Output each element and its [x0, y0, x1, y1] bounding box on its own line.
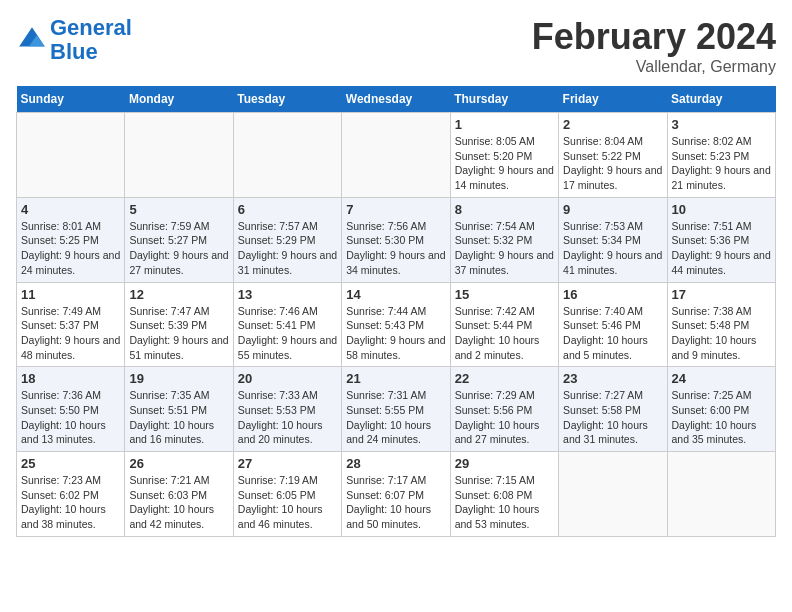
day-number: 5 — [129, 202, 228, 217]
day-info: Sunrise: 7:21 AMSunset: 6:03 PMDaylight:… — [129, 473, 228, 532]
day-number: 13 — [238, 287, 337, 302]
day-info: Sunrise: 7:29 AMSunset: 5:56 PMDaylight:… — [455, 388, 554, 447]
calendar-cell: 4Sunrise: 8:01 AMSunset: 5:25 PMDaylight… — [17, 197, 125, 282]
day-info: Sunrise: 7:27 AMSunset: 5:58 PMDaylight:… — [563, 388, 662, 447]
calendar-cell: 27Sunrise: 7:19 AMSunset: 6:05 PMDayligh… — [233, 452, 341, 537]
logo-icon — [16, 24, 48, 56]
day-info: Sunrise: 7:33 AMSunset: 5:53 PMDaylight:… — [238, 388, 337, 447]
calendar-cell: 23Sunrise: 7:27 AMSunset: 5:58 PMDayligh… — [559, 367, 667, 452]
calendar-cell — [667, 452, 775, 537]
day-info: Sunrise: 7:15 AMSunset: 6:08 PMDaylight:… — [455, 473, 554, 532]
calendar-cell: 7Sunrise: 7:56 AMSunset: 5:30 PMDaylight… — [342, 197, 450, 282]
day-number: 4 — [21, 202, 120, 217]
calendar-cell: 3Sunrise: 8:02 AMSunset: 5:23 PMDaylight… — [667, 113, 775, 198]
calendar-cell: 9Sunrise: 7:53 AMSunset: 5:34 PMDaylight… — [559, 197, 667, 282]
calendar-cell: 12Sunrise: 7:47 AMSunset: 5:39 PMDayligh… — [125, 282, 233, 367]
day-number: 2 — [563, 117, 662, 132]
day-info: Sunrise: 7:47 AMSunset: 5:39 PMDaylight:… — [129, 304, 228, 363]
day-number: 26 — [129, 456, 228, 471]
calendar-cell — [559, 452, 667, 537]
weekday-header-sunday: Sunday — [17, 86, 125, 113]
day-info: Sunrise: 7:23 AMSunset: 6:02 PMDaylight:… — [21, 473, 120, 532]
logo-line1: General — [50, 15, 132, 40]
day-info: Sunrise: 7:51 AMSunset: 5:36 PMDaylight:… — [672, 219, 771, 278]
calendar-cell: 14Sunrise: 7:44 AMSunset: 5:43 PMDayligh… — [342, 282, 450, 367]
day-info: Sunrise: 7:36 AMSunset: 5:50 PMDaylight:… — [21, 388, 120, 447]
day-number: 8 — [455, 202, 554, 217]
day-number: 6 — [238, 202, 337, 217]
calendar-cell — [125, 113, 233, 198]
logo: General Blue — [16, 16, 132, 64]
day-number: 27 — [238, 456, 337, 471]
day-info: Sunrise: 7:44 AMSunset: 5:43 PMDaylight:… — [346, 304, 445, 363]
day-number: 1 — [455, 117, 554, 132]
day-info: Sunrise: 7:56 AMSunset: 5:30 PMDaylight:… — [346, 219, 445, 278]
day-info: Sunrise: 7:25 AMSunset: 6:00 PMDaylight:… — [672, 388, 771, 447]
calendar-cell — [233, 113, 341, 198]
day-number: 28 — [346, 456, 445, 471]
day-info: Sunrise: 7:38 AMSunset: 5:48 PMDaylight:… — [672, 304, 771, 363]
title-area: February 2024 Vallendar, Germany — [532, 16, 776, 76]
day-info: Sunrise: 7:49 AMSunset: 5:37 PMDaylight:… — [21, 304, 120, 363]
header: General Blue February 2024 Vallendar, Ge… — [16, 16, 776, 76]
day-info: Sunrise: 7:31 AMSunset: 5:55 PMDaylight:… — [346, 388, 445, 447]
calendar-cell: 19Sunrise: 7:35 AMSunset: 5:51 PMDayligh… — [125, 367, 233, 452]
day-number: 9 — [563, 202, 662, 217]
day-number: 21 — [346, 371, 445, 386]
calendar-table: SundayMondayTuesdayWednesdayThursdayFrid… — [16, 86, 776, 537]
weekday-header-saturday: Saturday — [667, 86, 775, 113]
day-number: 20 — [238, 371, 337, 386]
day-number: 17 — [672, 287, 771, 302]
day-info: Sunrise: 7:57 AMSunset: 5:29 PMDaylight:… — [238, 219, 337, 278]
calendar-cell: 13Sunrise: 7:46 AMSunset: 5:41 PMDayligh… — [233, 282, 341, 367]
day-number: 19 — [129, 371, 228, 386]
weekday-header-wednesday: Wednesday — [342, 86, 450, 113]
calendar-cell: 20Sunrise: 7:33 AMSunset: 5:53 PMDayligh… — [233, 367, 341, 452]
day-number: 29 — [455, 456, 554, 471]
day-info: Sunrise: 7:54 AMSunset: 5:32 PMDaylight:… — [455, 219, 554, 278]
calendar-cell: 16Sunrise: 7:40 AMSunset: 5:46 PMDayligh… — [559, 282, 667, 367]
calendar-body: 1Sunrise: 8:05 AMSunset: 5:20 PMDaylight… — [17, 113, 776, 537]
weekday-header-thursday: Thursday — [450, 86, 558, 113]
calendar-week-3: 11Sunrise: 7:49 AMSunset: 5:37 PMDayligh… — [17, 282, 776, 367]
day-number: 3 — [672, 117, 771, 132]
calendar-cell: 26Sunrise: 7:21 AMSunset: 6:03 PMDayligh… — [125, 452, 233, 537]
day-info: Sunrise: 7:35 AMSunset: 5:51 PMDaylight:… — [129, 388, 228, 447]
calendar-cell: 2Sunrise: 8:04 AMSunset: 5:22 PMDaylight… — [559, 113, 667, 198]
day-number: 25 — [21, 456, 120, 471]
day-info: Sunrise: 8:05 AMSunset: 5:20 PMDaylight:… — [455, 134, 554, 193]
weekday-header-monday: Monday — [125, 86, 233, 113]
day-info: Sunrise: 8:01 AMSunset: 5:25 PMDaylight:… — [21, 219, 120, 278]
calendar-week-1: 1Sunrise: 8:05 AMSunset: 5:20 PMDaylight… — [17, 113, 776, 198]
day-number: 15 — [455, 287, 554, 302]
weekday-header-friday: Friday — [559, 86, 667, 113]
day-info: Sunrise: 7:59 AMSunset: 5:27 PMDaylight:… — [129, 219, 228, 278]
main-title: February 2024 — [532, 16, 776, 58]
calendar-cell: 8Sunrise: 7:54 AMSunset: 5:32 PMDaylight… — [450, 197, 558, 282]
calendar-cell: 6Sunrise: 7:57 AMSunset: 5:29 PMDaylight… — [233, 197, 341, 282]
calendar-cell: 25Sunrise: 7:23 AMSunset: 6:02 PMDayligh… — [17, 452, 125, 537]
day-info: Sunrise: 8:02 AMSunset: 5:23 PMDaylight:… — [672, 134, 771, 193]
day-number: 18 — [21, 371, 120, 386]
day-number: 23 — [563, 371, 662, 386]
calendar-cell: 24Sunrise: 7:25 AMSunset: 6:00 PMDayligh… — [667, 367, 775, 452]
day-info: Sunrise: 7:53 AMSunset: 5:34 PMDaylight:… — [563, 219, 662, 278]
day-number: 16 — [563, 287, 662, 302]
calendar-cell — [17, 113, 125, 198]
day-info: Sunrise: 7:19 AMSunset: 6:05 PMDaylight:… — [238, 473, 337, 532]
calendar-cell: 21Sunrise: 7:31 AMSunset: 5:55 PMDayligh… — [342, 367, 450, 452]
calendar-cell: 1Sunrise: 8:05 AMSunset: 5:20 PMDaylight… — [450, 113, 558, 198]
calendar-week-5: 25Sunrise: 7:23 AMSunset: 6:02 PMDayligh… — [17, 452, 776, 537]
logo-text: General Blue — [50, 16, 132, 64]
day-info: Sunrise: 8:04 AMSunset: 5:22 PMDaylight:… — [563, 134, 662, 193]
calendar-cell: 22Sunrise: 7:29 AMSunset: 5:56 PMDayligh… — [450, 367, 558, 452]
day-number: 24 — [672, 371, 771, 386]
day-number: 10 — [672, 202, 771, 217]
day-info: Sunrise: 7:40 AMSunset: 5:46 PMDaylight:… — [563, 304, 662, 363]
calendar-cell — [342, 113, 450, 198]
day-number: 22 — [455, 371, 554, 386]
logo-line2: Blue — [50, 39, 98, 64]
day-info: Sunrise: 7:46 AMSunset: 5:41 PMDaylight:… — [238, 304, 337, 363]
calendar-cell: 10Sunrise: 7:51 AMSunset: 5:36 PMDayligh… — [667, 197, 775, 282]
day-info: Sunrise: 7:42 AMSunset: 5:44 PMDaylight:… — [455, 304, 554, 363]
